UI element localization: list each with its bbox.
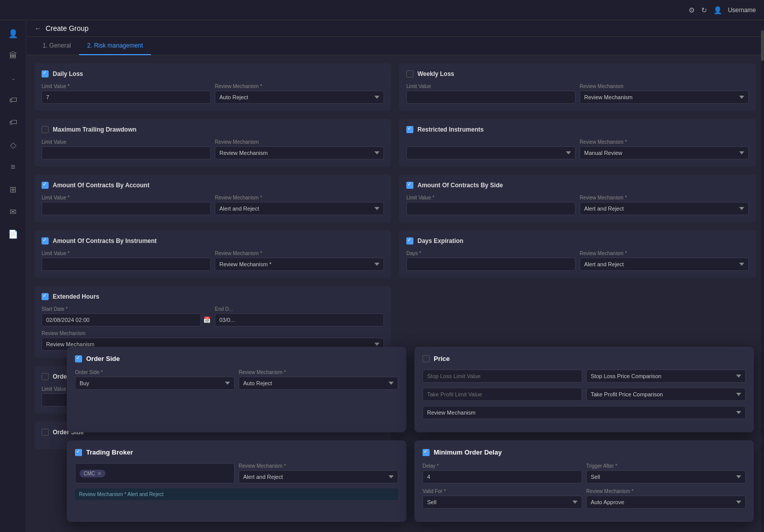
max-trailing-limit-input[interactable] bbox=[42, 146, 211, 159]
cmc-tag-label: CMC bbox=[84, 471, 95, 476]
trigger-label: Trigger After * bbox=[586, 463, 746, 469]
contracts-instrument-header: Amount Of Contracts By Instrument bbox=[42, 237, 384, 244]
order-side-select-label: Order Side * bbox=[75, 370, 235, 375]
weekly-loss-review-group: Review Mechanism Review Mechanism Auto R… bbox=[580, 84, 749, 104]
minimum-order-delay-row2: Valid For * Sell Buy Both Review Mechani… bbox=[423, 488, 746, 509]
weekly-loss-review-select[interactable]: Review Mechanism Auto Reject Manual Revi… bbox=[580, 91, 749, 104]
price-checkbox[interactable] bbox=[423, 355, 430, 362]
daily-loss-title: Daily Loss bbox=[53, 70, 83, 77]
daily-loss-review-label: Review Mechanism * bbox=[215, 84, 384, 89]
calendar-icon[interactable]: 📅 bbox=[203, 316, 211, 323]
order-side-select[interactable]: Buy Sell Both bbox=[75, 377, 235, 390]
cmc-tag-close[interactable]: ✕ bbox=[97, 471, 101, 476]
sidebar-item-doc[interactable]: 📄 bbox=[4, 225, 22, 243]
weekly-loss-limit-input[interactable] bbox=[406, 91, 576, 104]
stop-loss-price-group: Stop Loss Price Comparison Less Than Gre… bbox=[586, 370, 746, 383]
sidebar-item-expand[interactable]: ⌄ bbox=[4, 69, 22, 87]
order-side-checkbox-main[interactable] bbox=[42, 429, 49, 436]
order-side-overlay-header: Order Side bbox=[75, 355, 398, 362]
trigger-select[interactable]: Sell Buy Both bbox=[586, 470, 746, 483]
restricted-instruments-select[interactable] bbox=[406, 146, 576, 159]
restricted-instruments-review-select[interactable]: Manual Review Auto Reject Alert and Reje… bbox=[580, 146, 749, 159]
back-button[interactable]: ← bbox=[34, 24, 42, 32]
sidebar-item-diamond[interactable]: ◇ bbox=[4, 136, 22, 154]
extended-hours-checkbox[interactable] bbox=[42, 293, 49, 300]
contracts-account-checkbox[interactable] bbox=[42, 182, 49, 189]
overlay-container: Order Side Order Side * Buy Sell Both Re… bbox=[67, 347, 754, 522]
restricted-instruments-checkbox[interactable] bbox=[406, 126, 413, 133]
days-expiration-days-input[interactable] bbox=[406, 258, 576, 271]
max-trailing-checkbox[interactable] bbox=[42, 126, 49, 133]
days-expiration-title: Days Expiration bbox=[417, 237, 464, 244]
sidebar-item-tag1[interactable]: 🏷 bbox=[4, 91, 22, 109]
valid-for-label: Valid For * bbox=[423, 488, 582, 494]
daily-loss-checkbox[interactable] bbox=[42, 70, 49, 77]
days-expiration-checkbox[interactable] bbox=[406, 237, 413, 244]
scrollbar-thumb[interactable] bbox=[761, 30, 764, 61]
trading-broker-checkbox[interactable] bbox=[75, 449, 82, 456]
max-trailing-limit-label: Limit Value bbox=[42, 139, 211, 145]
daily-loss-review-select[interactable]: Auto Reject Manual Review Alert and Reje… bbox=[215, 91, 384, 104]
contracts-account-form-row: Limit Value * Review Mechanism * Alert a… bbox=[42, 195, 384, 215]
delay-input[interactable] bbox=[423, 470, 582, 483]
sidebar-item-box[interactable]: ⊞ bbox=[4, 180, 22, 198]
take-profit-price-select[interactable]: Take Profit Price Comparison Less Than G… bbox=[586, 388, 746, 401]
days-expiration-review-select[interactable]: Alert and Reject Auto Reject bbox=[580, 258, 749, 271]
extended-hours-start-input[interactable] bbox=[42, 313, 201, 326]
trigger-group: Trigger After * Sell Buy Both bbox=[586, 463, 746, 483]
daily-loss-form-row: Limit Value * Review Mechanism * Auto Re… bbox=[42, 84, 384, 104]
valid-for-select[interactable]: Sell Buy Both bbox=[423, 496, 582, 509]
contracts-side-limit-input[interactable] bbox=[406, 202, 576, 215]
contracts-instrument-limit-label: Limit Value * bbox=[42, 251, 211, 256]
sidebar-item-institution[interactable]: 🏛 bbox=[4, 47, 22, 65]
contracts-side-checkbox[interactable] bbox=[406, 182, 413, 189]
max-trailing-limit-group: Limit Value bbox=[42, 139, 211, 159]
section-row-3: Amount Of Contracts By Account Limit Val… bbox=[34, 175, 756, 222]
daily-loss-card: Daily Loss Limit Value * Review Mechanis… bbox=[34, 63, 391, 111]
contracts-side-card: Amount Of Contracts By Side Limit Value … bbox=[399, 175, 756, 222]
minimum-order-delay-overlay: Minimum Order Delay Delay * Trigger Afte… bbox=[414, 440, 754, 522]
min-order-review-select[interactable]: Auto Approve Auto Reject Manual Review bbox=[586, 496, 746, 509]
extended-hours-end-input[interactable] bbox=[215, 313, 384, 326]
sidebar-item-list[interactable]: ≡ bbox=[4, 158, 22, 176]
max-trailing-review-select[interactable]: Review Mechanism Auto Reject bbox=[215, 146, 384, 159]
tabs-container: 1. General 2. Risk management bbox=[26, 37, 764, 55]
days-expiration-days-group: Days * bbox=[406, 251, 576, 271]
contracts-account-review-select[interactable]: Alert and Reject Auto Reject Manual Revi… bbox=[215, 202, 384, 215]
contracts-instrument-limit-input[interactable] bbox=[42, 258, 211, 271]
price-review-select[interactable]: Review Mechanism Auto Reject Manual Revi… bbox=[423, 406, 746, 419]
contracts-side-limit-label: Limit Value * bbox=[406, 195, 576, 200]
cmc-tag: CMC ✕ bbox=[80, 470, 105, 477]
take-profit-limit-input[interactable] bbox=[423, 388, 582, 401]
sidebar-item-mail[interactable]: ✉ bbox=[4, 202, 22, 221]
contracts-side-review-select[interactable]: Alert and Reject Auto Reject Manual Revi… bbox=[580, 202, 749, 215]
weekly-loss-review-label: Review Mechanism bbox=[580, 84, 749, 89]
daily-loss-limit-input[interactable] bbox=[42, 91, 211, 104]
tab-general[interactable]: 1. General bbox=[34, 37, 79, 55]
trading-broker-review-select[interactable]: Alert and Reject Auto Reject Manual Revi… bbox=[239, 470, 398, 483]
restricted-instruments-header: Restricted Instruments bbox=[406, 126, 749, 133]
contracts-account-limit-input[interactable] bbox=[42, 202, 211, 215]
settings-icon[interactable]: ⚙ bbox=[689, 6, 695, 14]
order-side-review-select[interactable]: Auto Reject Manual Review Alert and Reje… bbox=[239, 377, 398, 390]
order-side-select-group: Order Side * Buy Sell Both bbox=[75, 370, 235, 390]
sidebar-item-tag2[interactable]: 🏷 bbox=[4, 113, 22, 132]
trading-broker-tag-input[interactable]: CMC ✕ bbox=[75, 463, 235, 483]
contracts-instrument-limit-group: Limit Value * bbox=[42, 251, 211, 271]
sidebar-item-users[interactable]: 👤 bbox=[4, 24, 22, 43]
price-stop-loss-row: Stop Loss Price Comparison Less Than Gre… bbox=[423, 370, 746, 383]
contracts-instrument-checkbox[interactable] bbox=[42, 237, 49, 244]
minimum-order-delay-checkbox[interactable] bbox=[423, 449, 430, 456]
tab-risk-management[interactable]: 2. Risk management bbox=[79, 37, 151, 55]
extended-hours-end-group: End D... bbox=[215, 306, 384, 326]
weekly-loss-checkbox[interactable] bbox=[406, 70, 413, 77]
contracts-instrument-review-select[interactable]: Review Mechanism * Alert and Reject bbox=[215, 258, 384, 271]
extended-hours-title: Extended Hours bbox=[53, 293, 99, 300]
stop-loss-limit-input[interactable] bbox=[423, 370, 582, 383]
trading-broker-overlay: Trading Broker CMC ✕ Review Mechanism * bbox=[67, 440, 406, 522]
refresh-icon[interactable]: ↻ bbox=[701, 6, 707, 14]
order-total-checkbox[interactable] bbox=[42, 373, 49, 380]
stop-loss-price-select[interactable]: Stop Loss Price Comparison Less Than Gre… bbox=[586, 370, 746, 383]
extended-hours-start-group: Start Date * 📅 bbox=[42, 306, 211, 326]
order-side-overlay-checkbox[interactable] bbox=[75, 355, 82, 362]
